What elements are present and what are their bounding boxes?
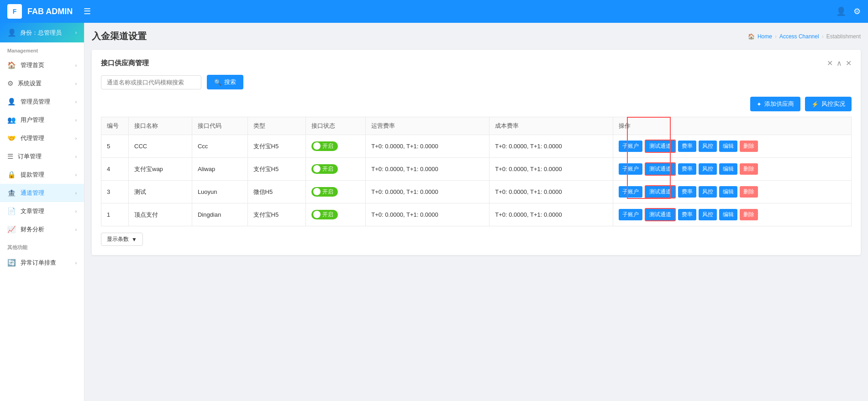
status-label: 开启 bbox=[322, 211, 333, 219]
sub-account-button[interactable]: 子账户 bbox=[619, 186, 642, 198]
orders-icon: ☰ bbox=[7, 152, 13, 161]
sidebar-item-dashboard[interactable]: 🏠 管理首页 › bbox=[0, 56, 84, 74]
cell-status[interactable]: 开启 bbox=[306, 135, 366, 158]
th-id: 编号 bbox=[101, 117, 129, 135]
arrow-abnormal: › bbox=[75, 260, 77, 266]
sidebar-label-withdraw: 提款管理 bbox=[21, 171, 71, 179]
card-header: 接口供应商管理 ✕ ∧ ✕ bbox=[101, 59, 852, 68]
breadcrumb-home-link[interactable]: Home bbox=[758, 33, 772, 40]
cell-actions[interactable]: 子账户 测试通道 费率 风控 编辑 删除 bbox=[613, 203, 852, 226]
sub-account-button[interactable]: 子账户 bbox=[619, 163, 642, 175]
test-channel-button[interactable]: 测试通道 bbox=[645, 208, 676, 221]
home-icon: 🏠 bbox=[7, 61, 16, 69]
user-profile-icon[interactable]: 👤 bbox=[836, 6, 846, 16]
card-chevron-up-button[interactable]: ∧ bbox=[836, 59, 842, 68]
action-buttons: 子账户 测试通道 费率 风控 编辑 删除 bbox=[619, 208, 846, 221]
risk-button[interactable]: 风控 bbox=[699, 186, 717, 198]
finance-icon: 📈 bbox=[7, 225, 16, 234]
action-row: ✦ 添加供应商 ⚡ 风控实况 bbox=[101, 97, 852, 111]
cell-code: Luoyun bbox=[192, 181, 247, 203]
sidebar-label-orders: 订单管理 bbox=[18, 152, 71, 161]
delete-button[interactable]: 删除 bbox=[740, 186, 758, 198]
status-toggle[interactable]: 开启 bbox=[311, 141, 338, 151]
sidebar-item-admin[interactable]: 👤 管理员管理 › bbox=[0, 93, 84, 111]
toggle-circle bbox=[313, 165, 321, 172]
sidebar-item-agents[interactable]: 🤝 代理管理 › bbox=[0, 129, 84, 147]
sidebar: 👤 身份：总管理员 › Management 🏠 管理首页 › ⚙ 系统设置 ›… bbox=[0, 23, 84, 401]
test-channel-button[interactable]: 测试通道 bbox=[645, 162, 676, 176]
sidebar-item-withdraw[interactable]: 🔒 提款管理 › bbox=[0, 166, 84, 184]
cell-cost-rate: T+0: 0.0000, T+1: 0.0000 bbox=[489, 158, 613, 181]
table-wrapper: 编号 接口名称 接口代码 类型 接口状态 运营费率 成本费率 操作 5CCCCc… bbox=[101, 117, 852, 226]
supplier-management-card: 接口供应商管理 ✕ ∧ ✕ 🔍 搜索 ✦ 添加供应商 bbox=[92, 50, 861, 255]
cell-actions[interactable]: 子账户 测试通道 费率 风控 编辑 删除 bbox=[613, 181, 852, 203]
withdraw-icon: 🔒 bbox=[7, 171, 16, 179]
settings-icon[interactable]: ⚙ bbox=[853, 6, 861, 16]
cell-status[interactable]: 开启 bbox=[306, 181, 366, 203]
sidebar-item-abnormal[interactable]: 🔄 异常订单排查 › bbox=[0, 254, 84, 272]
sidebar-item-orders[interactable]: ☰ 订单管理 › bbox=[0, 147, 84, 166]
sidebar-item-channels[interactable]: 🏦 通道管理 › bbox=[0, 184, 84, 202]
toggle-circle bbox=[313, 142, 321, 150]
fee-button[interactable]: 费率 bbox=[678, 141, 696, 152]
sidebar-identity[interactable]: 👤 身份：总管理员 › bbox=[0, 23, 84, 42]
sidebar-item-finance[interactable]: 📈 财务分析 › bbox=[0, 220, 84, 239]
risk-button[interactable]: 风控 bbox=[699, 163, 717, 175]
arrow-articles: › bbox=[75, 209, 77, 214]
cell-name: 支付宝wap bbox=[129, 158, 192, 181]
admin-icon: 👤 bbox=[7, 98, 16, 106]
edit-button[interactable]: 编辑 bbox=[719, 186, 737, 198]
cell-status[interactable]: 开启 bbox=[306, 203, 366, 226]
fee-button[interactable]: 费率 bbox=[678, 186, 696, 198]
test-channel-button[interactable]: 测试通道 bbox=[645, 185, 676, 198]
status-toggle[interactable]: 开启 bbox=[311, 187, 338, 197]
search-button[interactable]: 🔍 搜索 bbox=[207, 75, 243, 89]
sidebar-item-articles[interactable]: 📄 文章管理 › bbox=[0, 202, 84, 220]
status-label: 开启 bbox=[322, 142, 333, 150]
sub-account-button[interactable]: 子账户 bbox=[619, 209, 642, 220]
breadcrumb-access-channel-link[interactable]: Access Channel bbox=[779, 33, 819, 40]
card-close-button[interactable]: ✕ bbox=[846, 59, 852, 68]
add-supplier-label: 添加供应商 bbox=[764, 100, 794, 108]
logo-f: F bbox=[13, 8, 17, 15]
delete-button[interactable]: 删除 bbox=[740, 141, 758, 152]
section-other-label: 其他功能 bbox=[0, 239, 84, 254]
sidebar-item-system[interactable]: ⚙ 系统设置 › bbox=[0, 74, 84, 93]
edit-button[interactable]: 编辑 bbox=[719, 141, 737, 152]
show-count-button[interactable]: 显示条数 ▼ bbox=[101, 233, 143, 246]
edit-button[interactable]: 编辑 bbox=[719, 209, 737, 220]
add-supplier-button[interactable]: ✦ 添加供应商 bbox=[750, 97, 800, 111]
cell-type: 支付宝H5 bbox=[247, 135, 305, 158]
cell-status[interactable]: 开启 bbox=[306, 158, 366, 181]
menu-toggle-icon[interactable]: ☰ bbox=[84, 6, 91, 16]
cell-actions[interactable]: 子账户 测试通道 费率 风控 编辑 删除 bbox=[613, 135, 852, 158]
risk-live-label: 风控实况 bbox=[821, 100, 845, 108]
toggle-circle bbox=[313, 211, 321, 218]
cell-actions[interactable]: 子账户 测试通道 费率 风控 编辑 删除 bbox=[613, 158, 852, 181]
card-title: 接口供应商管理 bbox=[101, 59, 149, 68]
arrow-admin: › bbox=[75, 99, 77, 104]
delete-button[interactable]: 删除 bbox=[740, 163, 758, 175]
toggle-circle bbox=[313, 188, 321, 195]
risk-button[interactable]: 风控 bbox=[699, 141, 717, 152]
identity-arrow: › bbox=[75, 30, 77, 35]
test-channel-button[interactable]: 测试通道 bbox=[645, 140, 676, 153]
nav-right: 👤 ⚙ bbox=[836, 6, 861, 16]
cell-op-rate: T+0: 0.0000, T+1: 0.0000 bbox=[366, 158, 489, 181]
status-toggle[interactable]: 开启 bbox=[311, 210, 338, 219]
search-input[interactable] bbox=[101, 75, 201, 89]
risk-icon: ⚡ bbox=[811, 101, 819, 108]
sidebar-item-users[interactable]: 👥 用户管理 › bbox=[0, 111, 84, 129]
fee-button[interactable]: 费率 bbox=[678, 209, 696, 220]
risk-live-button[interactable]: ⚡ 风控实况 bbox=[805, 97, 852, 111]
cell-code: Dingdian bbox=[192, 203, 247, 226]
delete-button[interactable]: 删除 bbox=[740, 209, 758, 220]
breadcrumb-establishment: Establishment bbox=[826, 33, 861, 40]
cell-type: 支付宝H5 bbox=[247, 203, 305, 226]
sub-account-button[interactable]: 子账户 bbox=[619, 141, 642, 152]
risk-button[interactable]: 风控 bbox=[699, 209, 717, 220]
fee-button[interactable]: 费率 bbox=[678, 163, 696, 175]
status-toggle[interactable]: 开启 bbox=[311, 164, 338, 174]
card-minimize-button[interactable]: ✕ bbox=[827, 59, 833, 68]
edit-button[interactable]: 编辑 bbox=[719, 163, 737, 175]
